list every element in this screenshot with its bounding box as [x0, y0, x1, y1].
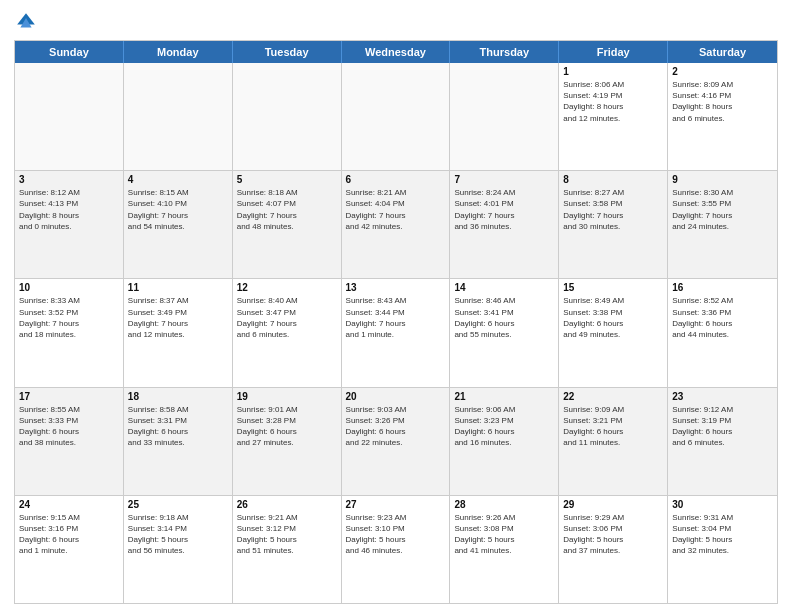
day-cell-1: 1Sunrise: 8:06 AM Sunset: 4:19 PM Daylig… [559, 63, 668, 170]
calendar-header: SundayMondayTuesdayWednesdayThursdayFrid… [15, 41, 777, 63]
day-info: Sunrise: 8:37 AM Sunset: 3:49 PM Dayligh… [128, 295, 228, 340]
day-cell-6: 6Sunrise: 8:21 AM Sunset: 4:04 PM Daylig… [342, 171, 451, 278]
day-info: Sunrise: 8:33 AM Sunset: 3:52 PM Dayligh… [19, 295, 119, 340]
calendar-row-3: 17Sunrise: 8:55 AM Sunset: 3:33 PM Dayli… [15, 387, 777, 495]
day-info: Sunrise: 9:18 AM Sunset: 3:14 PM Dayligh… [128, 512, 228, 557]
day-cell-22: 22Sunrise: 9:09 AM Sunset: 3:21 PM Dayli… [559, 388, 668, 495]
weekday-header-tuesday: Tuesday [233, 41, 342, 63]
day-info: Sunrise: 8:30 AM Sunset: 3:55 PM Dayligh… [672, 187, 773, 232]
day-number: 5 [237, 174, 337, 185]
day-info: Sunrise: 8:55 AM Sunset: 3:33 PM Dayligh… [19, 404, 119, 449]
day-info: Sunrise: 9:21 AM Sunset: 3:12 PM Dayligh… [237, 512, 337, 557]
day-cell-18: 18Sunrise: 8:58 AM Sunset: 3:31 PM Dayli… [124, 388, 233, 495]
day-number: 2 [672, 66, 773, 77]
day-cell-21: 21Sunrise: 9:06 AM Sunset: 3:23 PM Dayli… [450, 388, 559, 495]
day-cell-7: 7Sunrise: 8:24 AM Sunset: 4:01 PM Daylig… [450, 171, 559, 278]
day-cell-25: 25Sunrise: 9:18 AM Sunset: 3:14 PM Dayli… [124, 496, 233, 603]
day-info: Sunrise: 8:52 AM Sunset: 3:36 PM Dayligh… [672, 295, 773, 340]
day-number: 17 [19, 391, 119, 402]
day-number: 30 [672, 499, 773, 510]
day-info: Sunrise: 8:49 AM Sunset: 3:38 PM Dayligh… [563, 295, 663, 340]
day-cell-9: 9Sunrise: 8:30 AM Sunset: 3:55 PM Daylig… [668, 171, 777, 278]
day-cell-5: 5Sunrise: 8:18 AM Sunset: 4:07 PM Daylig… [233, 171, 342, 278]
day-info: Sunrise: 9:06 AM Sunset: 3:23 PM Dayligh… [454, 404, 554, 449]
day-number: 8 [563, 174, 663, 185]
day-cell-17: 17Sunrise: 8:55 AM Sunset: 3:33 PM Dayli… [15, 388, 124, 495]
day-number: 26 [237, 499, 337, 510]
logo-icon [14, 10, 38, 34]
day-info: Sunrise: 8:40 AM Sunset: 3:47 PM Dayligh… [237, 295, 337, 340]
day-cell-30: 30Sunrise: 9:31 AM Sunset: 3:04 PM Dayli… [668, 496, 777, 603]
calendar-row-1: 3Sunrise: 8:12 AM Sunset: 4:13 PM Daylig… [15, 170, 777, 278]
day-cell-2: 2Sunrise: 8:09 AM Sunset: 4:16 PM Daylig… [668, 63, 777, 170]
day-info: Sunrise: 8:24 AM Sunset: 4:01 PM Dayligh… [454, 187, 554, 232]
day-number: 18 [128, 391, 228, 402]
day-info: Sunrise: 9:29 AM Sunset: 3:06 PM Dayligh… [563, 512, 663, 557]
day-number: 19 [237, 391, 337, 402]
weekday-header-friday: Friday [559, 41, 668, 63]
day-number: 28 [454, 499, 554, 510]
day-number: 1 [563, 66, 663, 77]
day-info: Sunrise: 9:03 AM Sunset: 3:26 PM Dayligh… [346, 404, 446, 449]
calendar-row-0: 1Sunrise: 8:06 AM Sunset: 4:19 PM Daylig… [15, 63, 777, 170]
day-info: Sunrise: 9:09 AM Sunset: 3:21 PM Dayligh… [563, 404, 663, 449]
day-cell-26: 26Sunrise: 9:21 AM Sunset: 3:12 PM Dayli… [233, 496, 342, 603]
day-info: Sunrise: 8:27 AM Sunset: 3:58 PM Dayligh… [563, 187, 663, 232]
day-info: Sunrise: 9:12 AM Sunset: 3:19 PM Dayligh… [672, 404, 773, 449]
day-number: 4 [128, 174, 228, 185]
empty-cell-0-0 [15, 63, 124, 170]
day-number: 21 [454, 391, 554, 402]
day-number: 24 [19, 499, 119, 510]
day-number: 27 [346, 499, 446, 510]
day-info: Sunrise: 9:01 AM Sunset: 3:28 PM Dayligh… [237, 404, 337, 449]
day-number: 16 [672, 282, 773, 293]
day-info: Sunrise: 8:09 AM Sunset: 4:16 PM Dayligh… [672, 79, 773, 124]
day-cell-20: 20Sunrise: 9:03 AM Sunset: 3:26 PM Dayli… [342, 388, 451, 495]
day-number: 22 [563, 391, 663, 402]
day-number: 12 [237, 282, 337, 293]
header [14, 10, 778, 34]
day-cell-8: 8Sunrise: 8:27 AM Sunset: 3:58 PM Daylig… [559, 171, 668, 278]
day-number: 11 [128, 282, 228, 293]
empty-cell-0-3 [342, 63, 451, 170]
day-info: Sunrise: 9:15 AM Sunset: 3:16 PM Dayligh… [19, 512, 119, 557]
day-info: Sunrise: 8:12 AM Sunset: 4:13 PM Dayligh… [19, 187, 119, 232]
empty-cell-0-2 [233, 63, 342, 170]
day-cell-23: 23Sunrise: 9:12 AM Sunset: 3:19 PM Dayli… [668, 388, 777, 495]
day-cell-10: 10Sunrise: 8:33 AM Sunset: 3:52 PM Dayli… [15, 279, 124, 386]
calendar-body: 1Sunrise: 8:06 AM Sunset: 4:19 PM Daylig… [15, 63, 777, 603]
day-info: Sunrise: 8:58 AM Sunset: 3:31 PM Dayligh… [128, 404, 228, 449]
day-cell-29: 29Sunrise: 9:29 AM Sunset: 3:06 PM Dayli… [559, 496, 668, 603]
day-number: 29 [563, 499, 663, 510]
day-cell-15: 15Sunrise: 8:49 AM Sunset: 3:38 PM Dayli… [559, 279, 668, 386]
weekday-header-monday: Monday [124, 41, 233, 63]
weekday-header-saturday: Saturday [668, 41, 777, 63]
day-cell-27: 27Sunrise: 9:23 AM Sunset: 3:10 PM Dayli… [342, 496, 451, 603]
day-cell-24: 24Sunrise: 9:15 AM Sunset: 3:16 PM Dayli… [15, 496, 124, 603]
empty-cell-0-4 [450, 63, 559, 170]
weekday-header-sunday: Sunday [15, 41, 124, 63]
day-cell-11: 11Sunrise: 8:37 AM Sunset: 3:49 PM Dayli… [124, 279, 233, 386]
weekday-header-thursday: Thursday [450, 41, 559, 63]
day-info: Sunrise: 9:23 AM Sunset: 3:10 PM Dayligh… [346, 512, 446, 557]
day-number: 7 [454, 174, 554, 185]
day-info: Sunrise: 8:06 AM Sunset: 4:19 PM Dayligh… [563, 79, 663, 124]
day-number: 3 [19, 174, 119, 185]
day-number: 13 [346, 282, 446, 293]
day-number: 6 [346, 174, 446, 185]
logo [14, 10, 42, 34]
day-cell-13: 13Sunrise: 8:43 AM Sunset: 3:44 PM Dayli… [342, 279, 451, 386]
day-info: Sunrise: 8:18 AM Sunset: 4:07 PM Dayligh… [237, 187, 337, 232]
calendar-row-4: 24Sunrise: 9:15 AM Sunset: 3:16 PM Dayli… [15, 495, 777, 603]
day-cell-19: 19Sunrise: 9:01 AM Sunset: 3:28 PM Dayli… [233, 388, 342, 495]
day-number: 9 [672, 174, 773, 185]
day-number: 15 [563, 282, 663, 293]
day-number: 20 [346, 391, 446, 402]
day-info: Sunrise: 9:26 AM Sunset: 3:08 PM Dayligh… [454, 512, 554, 557]
day-cell-4: 4Sunrise: 8:15 AM Sunset: 4:10 PM Daylig… [124, 171, 233, 278]
day-info: Sunrise: 9:31 AM Sunset: 3:04 PM Dayligh… [672, 512, 773, 557]
day-cell-16: 16Sunrise: 8:52 AM Sunset: 3:36 PM Dayli… [668, 279, 777, 386]
day-number: 25 [128, 499, 228, 510]
day-info: Sunrise: 8:21 AM Sunset: 4:04 PM Dayligh… [346, 187, 446, 232]
day-number: 10 [19, 282, 119, 293]
